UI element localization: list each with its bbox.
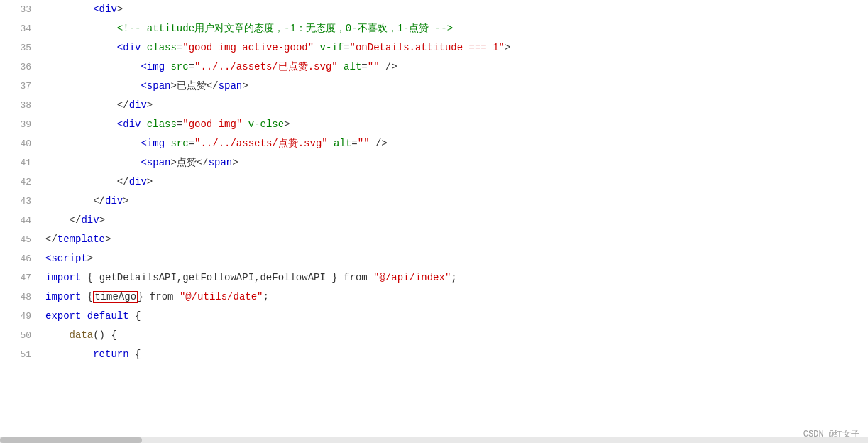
code-editor: 33 <div>34 <!-- attitude用户对文章的态度，-1：无态度，… <box>0 0 868 443</box>
line-number: 48 <box>0 288 43 307</box>
token-plain: >已点赞</ <box>170 80 218 92</box>
line-number: 49 <box>0 307 43 326</box>
token-plain <box>81 310 87 322</box>
token-tag: <div <box>93 4 117 15</box>
token-plain: { <box>81 291 93 302</box>
token-plain <box>173 291 179 302</box>
token-import-kw: return <box>93 349 128 360</box>
scrollbar[interactable] <box>0 437 868 443</box>
token-tag: div <box>81 214 99 226</box>
token-plain: /> <box>370 138 388 149</box>
token-attr-value: "good img active-good" <box>182 42 314 53</box>
token-plain: > <box>505 42 510 53</box>
token-import-kw: default <box>87 310 129 322</box>
token-tag: <span <box>141 80 170 92</box>
code-line: 37 <span>已点赞</span> <box>0 77 868 96</box>
line-number: 39 <box>0 116 43 134</box>
token-plain: </ <box>45 234 57 245</box>
line-number: 37 <box>0 77 43 96</box>
code-lines: 33 <div>34 <!-- attitude用户对文章的态度，-1：无态度，… <box>0 0 868 364</box>
line-content: <img src="../../assets/点赞.svg" alt="" /> <box>43 134 868 153</box>
code-line: 39 <div class="good img" v-else> <box>0 115 868 134</box>
token-plain: > <box>123 195 128 207</box>
token-plain: = <box>189 138 194 149</box>
token-import-kw: import <box>45 291 81 302</box>
line-number: 47 <box>0 269 43 288</box>
line-number: 50 <box>0 327 43 345</box>
token-plain: > <box>232 157 238 168</box>
line-number: 33 <box>0 1 43 19</box>
token-plain: = <box>177 119 182 130</box>
line-content: </div> <box>43 211 868 229</box>
token-plain <box>45 349 93 360</box>
code-line: 44 </div> <box>0 211 868 230</box>
code-line: 46<script> <box>0 249 868 268</box>
token-tag: <span <box>141 157 170 168</box>
token-string: "@/api/index" <box>373 272 451 283</box>
token-plain <box>328 138 334 149</box>
code-line: 36 <img src="../../assets/已点赞.svg" alt="… <box>0 58 868 77</box>
token-plain <box>45 157 141 168</box>
highlighted-token: timeAgo <box>93 291 138 303</box>
token-attr-value: "" <box>358 138 370 149</box>
line-content: export default { <box>43 307 868 325</box>
token-tag: <script <box>45 253 87 264</box>
token-plain: > <box>99 214 105 226</box>
token-attr-name: class <box>147 119 177 130</box>
token-tag: span <box>209 157 233 168</box>
line-content: <span>点赞</span> <box>43 153 868 172</box>
code-line: 45</template> <box>0 230 868 249</box>
token-attr-name: v-if <box>320 42 344 53</box>
token-plain: from <box>150 291 174 302</box>
token-plain: > <box>147 99 153 111</box>
token-plain: = <box>189 61 194 72</box>
token-tag: template <box>57 234 105 245</box>
line-content: <span>已点赞</span> <box>43 77 868 95</box>
line-number: 35 <box>0 39 43 58</box>
token-attr-value: "good img" <box>182 119 242 130</box>
code-line: 47import { getDetailsAPI,getFollowAPI,de… <box>0 268 868 288</box>
line-content: <img src="../../assets/已点赞.svg" alt="" /… <box>43 58 868 76</box>
token-attr-value: "../../assets/点赞.svg" <box>194 138 328 149</box>
token-plain: </ <box>45 99 129 111</box>
token-plain: > <box>284 119 290 130</box>
token-plain: = <box>177 42 182 53</box>
token-tag: span <box>219 80 243 92</box>
token-plain <box>45 329 70 341</box>
code-line: 48import {timeAgo} from "@/utils/date"; <box>0 288 868 307</box>
line-content: import { getDetailsAPI,getFollowAPI,deFo… <box>43 268 868 287</box>
token-plain: } <box>138 291 150 302</box>
token-plain: </ <box>45 176 129 187</box>
code-line: 50 data() { <box>0 326 868 345</box>
token-plain: > <box>117 4 123 15</box>
token-attr-name: src <box>170 61 188 72</box>
token-plain: ; <box>451 272 456 283</box>
token-plain: from <box>344 272 368 283</box>
token-plain <box>45 80 141 92</box>
line-content: <div class="good img active-good" v-if="… <box>43 38 868 57</box>
token-plain: > <box>147 176 153 187</box>
token-tag: div <box>129 176 147 187</box>
scrollbar-thumb[interactable] <box>0 437 142 443</box>
token-plain <box>45 42 117 53</box>
code-line: 40 <img src="../../assets/点赞.svg" alt=""… <box>0 134 868 153</box>
line-content: return { <box>43 345 868 363</box>
token-plain: > <box>87 253 93 264</box>
line-content: <script> <box>43 249 868 268</box>
code-line: 33 <div> <box>0 0 868 19</box>
line-content: <!-- attitude用户对文章的态度，-1：无态度，0-不喜欢，1-点赞 … <box>43 19 868 38</box>
token-tag: div <box>105 195 123 207</box>
token-plain <box>45 4 93 15</box>
line-content: <div> <box>43 0 868 18</box>
token-tag: <img <box>141 138 165 149</box>
token-plain: { getDetailsAPI,getFollowAPI,deFollowAPI… <box>81 272 344 283</box>
code-line: 38 </div> <box>0 96 868 115</box>
token-attr-value: "" <box>368 61 380 72</box>
code-line: 41 <span>点赞</span> <box>0 153 868 173</box>
token-attr-name: src <box>170 138 188 149</box>
token-attr-name: alt <box>344 61 361 72</box>
line-number: 34 <box>0 20 43 38</box>
token-string: "@/utils/date" <box>180 291 263 302</box>
code-line: 43 </div> <box>0 192 868 211</box>
line-number: 44 <box>0 212 43 230</box>
